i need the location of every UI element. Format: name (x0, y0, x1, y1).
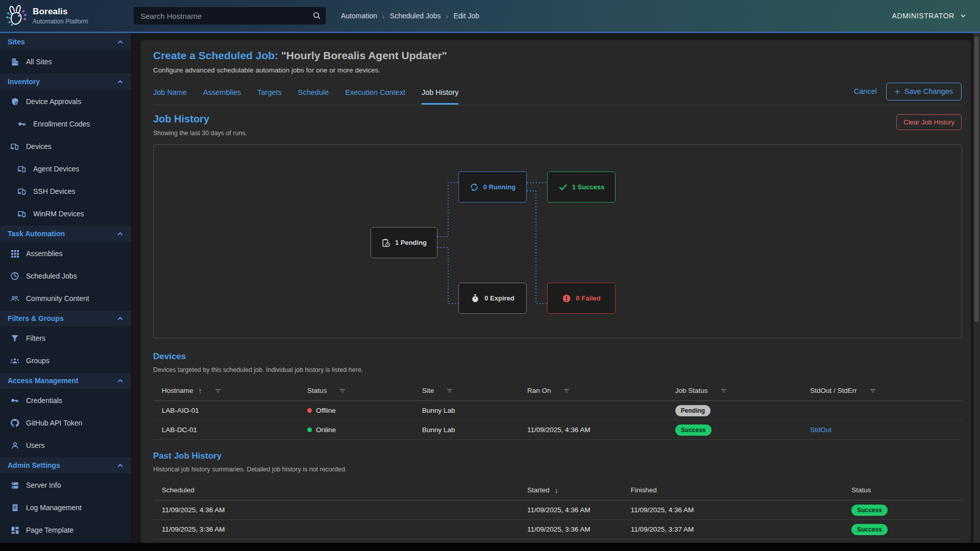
edit-job-card: Create a Scheduled Job: "Hourly Borealis… (141, 40, 971, 543)
search-icon[interactable] (312, 11, 321, 20)
sidebar-item-label: Scheduled Jobs (26, 272, 77, 280)
ran-on-cell: 11/09/2025, 4:36 AM (519, 426, 667, 434)
job-status-badge: Success (675, 424, 712, 436)
sidebar-item-all-sites[interactable]: All Sites (0, 51, 131, 73)
sidebar-section-inventory[interactable]: Inventory (0, 73, 131, 90)
sidebar-item-page-template[interactable]: Page Template (0, 519, 131, 541)
plus-icon: + (895, 87, 900, 96)
sidebar-section-sites[interactable]: Sites (0, 33, 131, 51)
column-header-status[interactable]: Status (843, 486, 962, 494)
job-status-cell: Success (667, 424, 802, 436)
sidebar-item-label: Agent Devices (33, 165, 79, 173)
breadcrumb-item[interactable]: Automation (341, 12, 377, 20)
groups-icon (10, 357, 19, 365)
status-dot (307, 408, 312, 413)
job-history-subheading: Showing the last 30 days of runs. (153, 130, 896, 137)
column-filter-icon[interactable] (446, 387, 453, 394)
dashboard-icon (10, 526, 19, 535)
sidebar-item-label: Community Content (26, 294, 89, 303)
column-header-label: StdOut / StdErr (810, 387, 857, 394)
funnel-icon (10, 334, 19, 342)
scrollbar-thumb[interactable] (974, 36, 979, 322)
sidebar-item-groups[interactable]: Groups (0, 349, 131, 372)
sidebar-item-devices[interactable]: Devices (0, 135, 131, 158)
stdout-link[interactable]: StdOut (810, 426, 831, 434)
column-filter-icon[interactable] (339, 387, 346, 394)
devices-subheading: Devices targeted by this scheduled job. … (153, 366, 962, 373)
sidebar-item-ssh-devices[interactable]: SSH Devices (0, 180, 131, 203)
breadcrumb-separator: › (382, 12, 385, 20)
devices-icon (10, 142, 19, 151)
tab-job-name[interactable]: Job Name (153, 82, 187, 105)
status-cell: Success (843, 524, 962, 535)
sidebar-item-winrm-devices[interactable]: WinRM Devices (0, 203, 131, 225)
cancel-button[interactable]: Cancel (854, 87, 877, 95)
tab-targets[interactable]: Targets (257, 82, 282, 105)
sidebar-item-log-management[interactable]: Log Management (0, 496, 131, 519)
sidebar-item-users[interactable]: Users (0, 434, 131, 457)
breadcrumb-item[interactable]: Edit Job (453, 12, 479, 20)
sidebar-item-community-content[interactable]: Community Content (0, 287, 131, 310)
tabs-row: Job NameAssembliesTargetsScheduleExecuti… (153, 82, 962, 105)
page-subtitle: Configure advanced schedulable automatio… (153, 66, 962, 74)
flow-node-failed: 0 Failed (547, 283, 616, 314)
status-badge: Success (851, 505, 888, 516)
column-header-label: Job Status (675, 387, 708, 394)
user-menu[interactable]: ADMINISTRATOR (892, 12, 967, 20)
column-header-hostname[interactable]: Hostname↑ (153, 387, 299, 395)
sidebar-item-label: WinRM Devices (33, 210, 84, 218)
chevron-up-icon (116, 38, 124, 46)
breadcrumb: Automation›Scheduled Jobs›Edit Job (341, 12, 479, 20)
tab-assemblies[interactable]: Assemblies (203, 82, 241, 105)
column-filter-icon[interactable] (563, 387, 570, 394)
column-filter-icon[interactable] (214, 387, 222, 394)
sidebar-item-device-approvals[interactable]: Device Approvals (0, 90, 131, 113)
chevron-down-icon (960, 12, 967, 19)
column-filter-icon[interactable] (720, 387, 727, 394)
column-header-label: Ran On (527, 387, 551, 394)
search-input[interactable] (134, 7, 326, 24)
column-header-finished[interactable]: Finished (622, 486, 843, 494)
sidebar-item-credentials[interactable]: Credentials (0, 389, 131, 412)
column-header-site[interactable]: Site (413, 387, 519, 394)
sidebar-item-label: Groups (26, 357, 50, 365)
column-header-status[interactable]: Status (299, 387, 413, 394)
sidebar-section-filters-groups[interactable]: Filters & Groups (0, 310, 131, 327)
sidebar-item-server-info[interactable]: Server Info (0, 474, 131, 496)
tab-execution-context[interactable]: Execution Context (345, 82, 405, 105)
breadcrumb-item[interactable]: Scheduled Jobs (390, 12, 441, 20)
sidebar-section-admin-settings[interactable]: Admin Settings (0, 457, 131, 474)
sidebar-item-filters[interactable]: Filters (0, 327, 131, 349)
sidebar-section-label: Admin Settings (8, 461, 116, 469)
sidebar-section-task-automation[interactable]: Task Automation (0, 225, 131, 242)
clear-job-history-button[interactable]: Clear Job History (896, 114, 962, 130)
vertical-scrollbar[interactable] (973, 33, 980, 543)
sidebar-item-enrollment-codes[interactable]: Enrollment Codes (0, 113, 131, 135)
column-header-label: Site (422, 387, 434, 394)
sidebar-item-agent-devices[interactable]: Agent Devices (0, 158, 131, 180)
column-header-job-status[interactable]: Job Status (667, 387, 802, 394)
status-label: Online (316, 426, 336, 434)
tab-job-history[interactable]: Job History (422, 82, 459, 105)
column-header-label: Scheduled (162, 486, 194, 494)
sidebar-item-github-api-token[interactable]: GitHub API Token (0, 412, 131, 434)
column-header-label: Started (527, 486, 550, 494)
scheduled-cell: 11/09/2025, 3:36 AM (153, 525, 519, 533)
job-status-badge: Pending (675, 405, 710, 416)
column-header-ran-on[interactable]: Ran On (519, 387, 667, 394)
status-label: Offline (316, 407, 336, 414)
brand-name: Borealis (33, 7, 88, 17)
save-changes-button[interactable]: +Save Changes (886, 83, 962, 101)
table-header-row: ScheduledStarted↓FinishedStatus (153, 480, 962, 500)
column-header-scheduled[interactable]: Scheduled (153, 486, 519, 494)
sidebar-item-assemblies[interactable]: Assemblies (0, 242, 131, 265)
flow-node-running: 0 Running (458, 171, 527, 203)
sidebar-section-access-management[interactable]: Access Management (0, 372, 131, 389)
column-header-stdout-stderr[interactable]: StdOut / StdErr (801, 387, 962, 394)
tab-schedule[interactable]: Schedule (298, 82, 329, 105)
sidebar-item-scheduled-jobs[interactable]: Scheduled Jobs (0, 265, 131, 287)
table-row: LAB-AIO-01OfflineBunny LabPending (153, 401, 962, 420)
devices-heading: Devices (153, 352, 962, 362)
column-header-started[interactable]: Started↓ (519, 486, 622, 494)
column-filter-icon[interactable] (869, 387, 876, 394)
